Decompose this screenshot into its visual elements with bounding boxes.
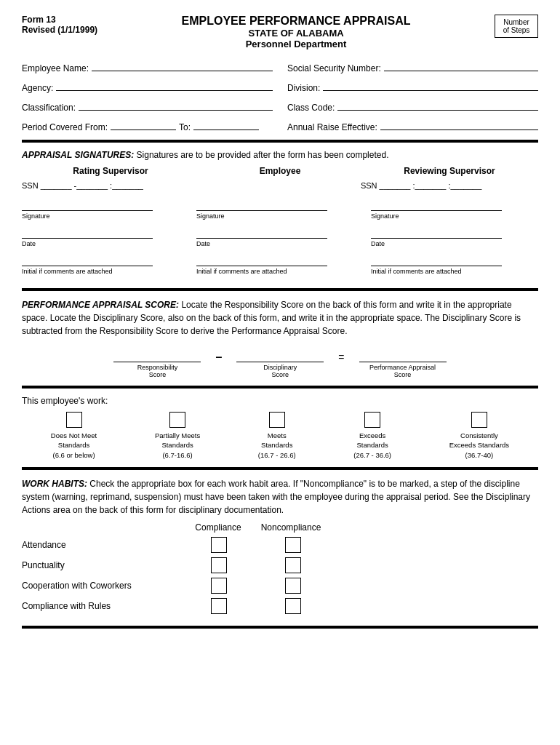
- main-title: EMPLOYEE PERFORMANCE APPRAISAL: [97, 15, 495, 28]
- employee-date-line[interactable]: [196, 226, 327, 239]
- agency-field: Agency:: [22, 79, 273, 93]
- number-box: Number of Steps: [495, 15, 538, 38]
- divider-4: [22, 467, 538, 470]
- compliance-rules-noncompliance-checkbox[interactable]: [285, 598, 301, 614]
- ssn-input[interactable]: [384, 60, 538, 71]
- form-id-block: Form 13 Revised (1/1/1999): [22, 15, 97, 35]
- ssn-left-text: SSN _______ -_______ :_______: [22, 181, 143, 190]
- performance-appraisal-score-box: Performance AppraisalScore: [359, 348, 447, 378]
- punctuality-compliance-checkbox[interactable]: [211, 557, 227, 573]
- reviewing-sig-label: Signature: [371, 212, 538, 220]
- employee-work-section: This employee's work: Does Not MeetStand…: [22, 396, 538, 460]
- punctuality-noncompliance-checkbox[interactable]: [285, 557, 301, 573]
- work-habits-desc: Check the appropriate box for each work …: [22, 479, 530, 515]
- checkbox-consistently-exceeds: ConsistentlyExceeds Standards(36.7-40): [449, 412, 509, 460]
- sub-title: STATE OF ALABAMA: [97, 28, 495, 39]
- agency-label: Agency:: [22, 83, 53, 93]
- signatures-intro: APPRAISAL SIGNATURES: Signatures are to …: [22, 150, 538, 160]
- divider-3: [22, 386, 538, 389]
- classification-input[interactable]: [79, 99, 273, 111]
- performance-score-text: PERFORMANCE APPRAISAL SCORE: Locate the …: [22, 298, 538, 338]
- attendance-noncompliance-checkbox[interactable]: [285, 537, 301, 553]
- to-label: To:: [179, 122, 191, 132]
- performance-score-section: PERFORMANCE APPRAISAL SCORE: Locate the …: [22, 298, 538, 378]
- appraisal-signatures-section: APPRAISAL SIGNATURES: Signatures are to …: [22, 150, 538, 281]
- punctuality-label: Punctuality: [22, 560, 167, 570]
- compliance-rules-label: Compliance with Rules: [22, 601, 167, 611]
- page-header: Form 13 Revised (1/1/1999) EMPLOYEE PERF…: [22, 15, 538, 49]
- appraisal-signatures-title: APPRAISAL SIGNATURES:: [22, 150, 134, 160]
- division-label: Division:: [287, 83, 320, 93]
- rating-sig-line[interactable]: [22, 198, 153, 211]
- divider-5: [22, 626, 538, 629]
- ssn-right-text: SSN _______ :_______ :_______: [361, 181, 481, 190]
- compliance-rules-compliance-checkbox[interactable]: [211, 598, 227, 614]
- attendance-compliance-checkbox[interactable]: [211, 537, 227, 553]
- work-habits-text: WORK HABITS: Check the appropriate box f…: [22, 477, 538, 517]
- annual-raise-label: Annual Raise Effective:: [287, 122, 377, 132]
- reviewing-initial-label: Initial if comments are attached: [371, 268, 538, 275]
- period-label: Period Covered From:: [22, 122, 108, 132]
- division-input[interactable]: [323, 79, 538, 91]
- meets-label: MeetsStandards(16.7 - 26.6): [258, 431, 296, 460]
- agency-row: Agency: Division:: [22, 79, 538, 93]
- exceeds-checkbox[interactable]: [364, 412, 380, 428]
- performance-appraisal-score-line[interactable]: [359, 348, 447, 362]
- partially-meets-checkbox[interactable]: [169, 412, 185, 428]
- employee-name-input[interactable]: [92, 60, 273, 71]
- period-to-input[interactable]: [193, 119, 259, 130]
- reviewing-date-line[interactable]: [371, 226, 502, 239]
- ssn-rows: SSN _______ -_______ :_______ SSN ______…: [22, 180, 538, 191]
- rating-date-label: Date: [22, 240, 189, 247]
- checkbox-does-not-meet: Does Not MeetStandards(6.6 or below): [51, 412, 97, 460]
- three-col-signatures: Signature Date Initial if comments are a…: [22, 198, 538, 281]
- period-row: Period Covered From: To: Annual Raise Ef…: [22, 119, 538, 132]
- does-not-meet-checkbox[interactable]: [66, 412, 82, 428]
- rating-date-line[interactable]: [22, 226, 153, 239]
- divider-1: [22, 140, 538, 143]
- rating-sig-label: Signature: [22, 212, 189, 220]
- employee-date-label: Date: [196, 240, 364, 247]
- reviewing-date-label: Date: [371, 240, 538, 247]
- work-habits-section: WORK HABITS: Check the appropriate box f…: [22, 477, 538, 614]
- consistently-exceeds-checkbox[interactable]: [471, 412, 487, 428]
- class-code-input[interactable]: [337, 99, 538, 111]
- exceeds-label: ExceedsStandards(26.7 - 36.6): [353, 431, 391, 460]
- rating-initial-line[interactable]: [22, 253, 153, 266]
- minus-sign: –: [215, 351, 222, 364]
- rating-supervisor-sig-block: Signature Date Initial if comments are a…: [22, 198, 189, 281]
- employee-initial-line[interactable]: [196, 253, 327, 266]
- reviewing-sig-line[interactable]: [371, 198, 502, 211]
- responsibility-score-line[interactable]: [113, 348, 201, 362]
- disciplinary-score-label: DisciplinaryScore: [236, 364, 324, 378]
- annual-raise-input[interactable]: [380, 119, 538, 130]
- disciplinary-score-line[interactable]: [236, 348, 324, 362]
- employee-sig-label: Signature: [196, 212, 364, 220]
- annual-raise-field: Annual Raise Effective:: [287, 119, 538, 132]
- cooperation-noncompliance-checkbox[interactable]: [285, 578, 301, 594]
- checkbox-meets: MeetsStandards(16.7 - 26.6): [258, 412, 296, 460]
- employee-sig-line[interactable]: [196, 198, 327, 211]
- sig-column-headers: Rating Supervisor Employee Reviewing Sup…: [22, 166, 538, 176]
- employee-work-label: This employee's work:: [22, 396, 538, 406]
- rating-supervisor-label: Rating Supervisor: [73, 166, 148, 176]
- ssn-right: SSN _______ :_______ :_______: [361, 180, 538, 191]
- period-from-input[interactable]: [111, 119, 176, 130]
- performance-appraisal-score-label: Performance AppraisalScore: [359, 364, 447, 378]
- meets-checkbox[interactable]: [269, 412, 285, 428]
- classification-row: Classification: Class Code:: [22, 99, 538, 113]
- title-block: EMPLOYEE PERFORMANCE APPRAISAL STATE OF …: [97, 15, 495, 49]
- employee-label: Employee: [260, 166, 301, 176]
- employee-sig-block: Signature Date Initial if comments are a…: [196, 198, 364, 281]
- divider-2: [22, 288, 538, 291]
- appraisal-signatures-desc: Signatures are to be provided after the …: [137, 150, 389, 160]
- rating-initial-label: Initial if comments are attached: [22, 268, 189, 275]
- agency-input[interactable]: [56, 79, 273, 91]
- cooperation-compliance-checkbox[interactable]: [211, 578, 227, 594]
- dept-title: Personnel Department: [97, 39, 495, 49]
- employee-initial-label: Initial if comments are attached: [196, 268, 364, 275]
- reviewing-initial-line[interactable]: [371, 253, 502, 266]
- of-steps-label: of Steps: [503, 26, 530, 34]
- employee-name-field: Employee Name:: [22, 60, 273, 73]
- employee-name-row: Employee Name: Social Security Number:: [22, 60, 538, 73]
